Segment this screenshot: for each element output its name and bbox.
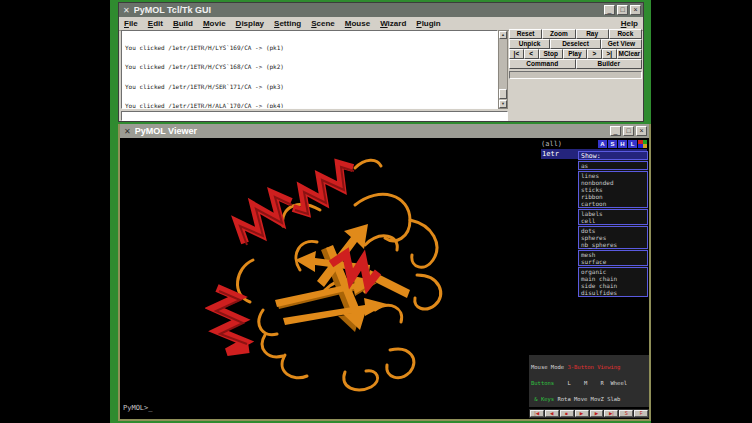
ray-button[interactable]: Ray — [576, 29, 609, 39]
menu-item-surface[interactable]: surface — [579, 258, 647, 265]
menu-plugin[interactable]: Plugin — [416, 19, 440, 28]
mouse-mode-panel: Mouse Mode 3-Button Viewing Buttons L M … — [529, 355, 649, 407]
menu-item-cartoon[interactable]: cartoon — [579, 200, 647, 207]
vcr-f-button[interactable]: F — [634, 410, 648, 417]
menu-edit[interactable]: Edit — [148, 19, 163, 28]
menu-item-nb-spheres[interactable]: nb_spheres — [579, 241, 647, 248]
movie-next-button[interactable]: > — [587, 49, 602, 59]
menu-help[interactable]: Help — [621, 19, 638, 28]
minimize-button[interactable]: _ — [610, 126, 621, 136]
log-line: You clicked /1etr/1ETR/H/CYS`168/CA -> (… — [125, 64, 497, 70]
vcr-stop-button[interactable]: ■ — [560, 410, 574, 417]
window-menu-icon[interactable]: ✕ — [124, 127, 131, 136]
vcr-prev-button[interactable]: ◀ — [545, 410, 559, 417]
output-log[interactable]: You clicked /1etr/1ETR/H/LYS`169/CA -> (… — [121, 30, 498, 109]
play-button[interactable]: Play — [563, 49, 587, 59]
reset-button[interactable]: Reset — [509, 29, 542, 39]
menu-setting[interactable]: Setting — [274, 19, 301, 28]
log-line: You clicked /1etr/1ETR/H/SER`171/CA -> (… — [125, 84, 497, 90]
scroll-down-icon[interactable]: ▼ — [499, 100, 507, 108]
label-button[interactable]: L — [628, 140, 637, 148]
menu-item-as[interactable]: as — [579, 162, 647, 169]
log-line: You clicked /1etr/1ETR/H/LYS`169/CA -> (… — [125, 45, 497, 51]
protein-structure — [205, 150, 445, 395]
show-menu-header: Show: — [578, 151, 648, 160]
viewer-window-title: PyMOL Viewer — [135, 126, 610, 136]
object-all-label: (all) — [541, 140, 562, 148]
minimize-button[interactable]: _ — [604, 5, 615, 15]
action-button[interactable]: A — [598, 140, 607, 148]
scrollbar-thumb[interactable] — [499, 89, 507, 99]
builder-button[interactable]: Builder — [576, 59, 643, 69]
log-line: You clicked /1etr/1ETR/H/ALA`170/CA -> (… — [125, 103, 497, 109]
vcr-first-button[interactable]: |◀ — [530, 410, 544, 417]
command-input[interactable] — [121, 111, 508, 121]
pymol-tcltk-gui-window: ✕ PyMOL Tcl/Tk GUI _ □ × File Edit Build… — [118, 2, 644, 122]
unpick-button[interactable]: Unpick — [509, 39, 550, 49]
show-button[interactable]: S — [608, 140, 617, 148]
menu-item-nonbonded[interactable]: nonbonded — [579, 179, 647, 186]
gui-titlebar[interactable]: ✕ PyMOL Tcl/Tk GUI _ □ × — [119, 3, 643, 17]
viewport-3d[interactable]: (all) A S H L 1etr Show: as lines nonbon… — [120, 138, 649, 419]
scroll-up-icon[interactable]: ▲ — [499, 31, 507, 39]
menu-item-dots[interactable]: dots — [579, 227, 647, 234]
window-menu-icon[interactable]: ✕ — [123, 6, 130, 15]
color-button[interactable] — [638, 140, 647, 148]
menu-mouse[interactable]: Mouse — [345, 19, 370, 28]
mclear-button[interactable]: MClear — [617, 49, 642, 59]
feedback-strip — [509, 71, 642, 79]
menu-item-main-chain[interactable]: main chain — [579, 275, 647, 282]
menu-item-organic[interactable]: organic — [579, 268, 647, 275]
menu-item-mesh[interactable]: mesh — [579, 251, 647, 258]
vcr-last-button[interactable]: ▶| — [604, 410, 618, 417]
vcr-play-button[interactable]: ▶ — [575, 410, 589, 417]
pymol-viewer-window: ✕ PyMOL Viewer _ □ × — [118, 124, 651, 421]
show-menu: Show: as lines nonbonded sticks ribbon c… — [578, 151, 648, 297]
menu-item-sticks[interactable]: sticks — [579, 186, 647, 193]
maximize-button[interactable]: □ — [617, 5, 628, 15]
menu-scene[interactable]: Scene — [311, 19, 335, 28]
menu-file[interactable]: File — [124, 19, 138, 28]
close-button[interactable]: × — [636, 126, 647, 136]
menu-item-lines[interactable]: lines — [579, 172, 647, 179]
pymol-prompt[interactable]: PyMOL>_ — [123, 404, 153, 412]
menu-item-ribbon[interactable]: ribbon — [579, 193, 647, 200]
command-button[interactable]: Command — [509, 59, 576, 69]
rock-button[interactable]: Rock — [609, 29, 642, 39]
menu-movie[interactable]: Movie — [203, 19, 226, 28]
close-button[interactable]: × — [630, 5, 641, 15]
hide-button[interactable]: H — [618, 140, 627, 148]
menu-item-labels[interactable]: labels — [579, 210, 647, 217]
movie-last-button[interactable]: >| — [602, 49, 617, 59]
viewer-titlebar[interactable]: ✕ PyMOL Viewer _ □ × — [120, 124, 649, 138]
object-name-label: 1etr — [542, 150, 559, 158]
menu-item-cell[interactable]: cell — [579, 217, 647, 224]
gui-window-title: PyMOL Tcl/Tk GUI — [134, 5, 604, 15]
menu-wizard[interactable]: Wizard — [380, 19, 406, 28]
menu-item-side-chain[interactable]: side chain — [579, 282, 647, 289]
movie-first-button[interactable]: |< — [509, 49, 524, 59]
menu-build[interactable]: Build — [173, 19, 193, 28]
vcr-next-button[interactable]: ▶ — [590, 410, 604, 417]
menu-item-disulfides[interactable]: disulfides — [579, 289, 647, 296]
maximize-button[interactable]: □ — [623, 126, 634, 136]
movie-vcr-controls: |◀ ◀ ■ ▶ ▶ ▶| S F — [529, 409, 649, 418]
movie-prev-button[interactable]: < — [524, 49, 539, 59]
get-view-button[interactable]: Get View — [601, 39, 642, 49]
menu-display[interactable]: Display — [236, 19, 264, 28]
object-row-all[interactable]: (all) A S H L — [541, 139, 647, 149]
deselect-button[interactable]: Deselect — [550, 39, 601, 49]
vcr-s-button[interactable]: S — [619, 410, 633, 417]
gui-button-panel: Reset Zoom Ray Rock Unpick Deselect Get … — [509, 29, 642, 79]
zoom-button[interactable]: Zoom — [542, 29, 575, 39]
stop-button[interactable]: Stop — [539, 49, 563, 59]
log-scrollbar[interactable]: ▲ ▼ — [498, 30, 508, 109]
menu-item-spheres[interactable]: spheres — [579, 234, 647, 241]
